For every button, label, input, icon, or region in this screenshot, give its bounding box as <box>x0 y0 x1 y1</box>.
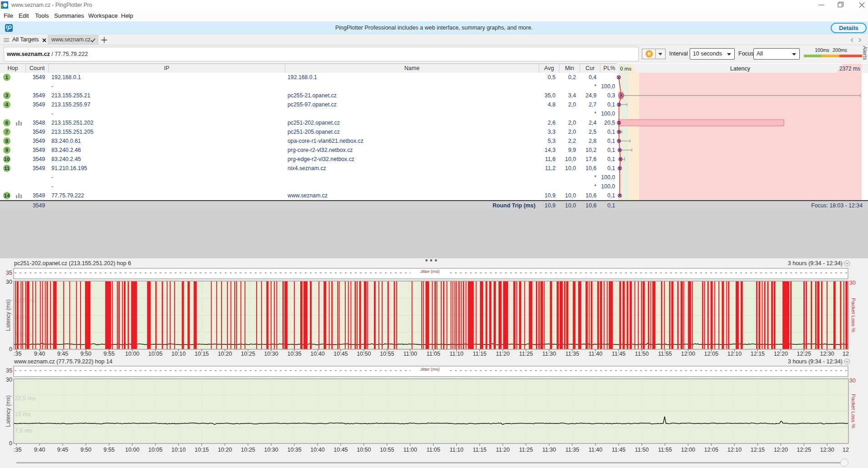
svg-text:10:00: 10:00 <box>125 447 139 453</box>
svg-text:10:45: 10:45 <box>333 447 348 453</box>
svg-text:11:55: 11:55 <box>658 447 672 453</box>
svg-text:10:15: 10:15 <box>195 351 209 357</box>
svg-text:Packet Loss %: Packet Loss % <box>851 298 856 332</box>
svg-text:11:30: 11:30 <box>542 447 556 453</box>
svg-text:12:10: 12:10 <box>727 351 742 357</box>
svg-text:9:50: 9:50 <box>81 447 91 453</box>
svg-text:12:25: 12:25 <box>797 351 811 357</box>
svg-text:22,5 ms: 22,5 ms <box>15 395 36 402</box>
svg-text:7,5 ms: 7,5 ms <box>15 427 33 434</box>
svg-text:11:35: 11:35 <box>565 351 579 357</box>
svg-text:0: 0 <box>9 440 12 447</box>
svg-text:11:25: 11:25 <box>519 447 533 453</box>
svg-text:Latency (ms): Latency (ms) <box>5 299 11 331</box>
svg-text:10:45: 10:45 <box>333 351 348 357</box>
svg-text:12:05: 12:05 <box>704 351 718 357</box>
svg-text:10:55: 10:55 <box>380 351 394 357</box>
svg-text:11:30: 11:30 <box>542 351 556 357</box>
svg-text:10:50: 10:50 <box>357 351 371 357</box>
svg-text:30: 30 <box>849 377 856 384</box>
svg-text:10:35: 10:35 <box>287 447 301 453</box>
svg-text:11:45: 11:45 <box>612 447 626 453</box>
svg-text:0: 0 <box>9 346 12 352</box>
svg-text:10:40: 10:40 <box>310 351 324 357</box>
svg-text:9:40: 9:40 <box>34 447 45 453</box>
svg-text:11:10: 11:10 <box>449 447 463 453</box>
svg-text:11:40: 11:40 <box>589 351 602 357</box>
svg-text:10:30: 10:30 <box>264 447 278 453</box>
svg-text:10:00: 10:00 <box>125 351 139 357</box>
svg-text:30: 30 <box>849 280 856 286</box>
svg-text::35: :35 <box>14 447 21 453</box>
svg-text:10:10: 10:10 <box>172 447 186 453</box>
svg-text:Packet Loss %: Packet Loss % <box>851 394 856 428</box>
svg-text:3 hours (9:34 - 12:34): 3 hours (9:34 - 12:34) <box>788 358 843 365</box>
svg-text:www.seznam.cz (77.75.79.222) h: www.seznam.cz (77.75.79.222) hop 14 <box>14 358 112 365</box>
svg-text:3 hours (9:34 - 12:34): 3 hours (9:34 - 12:34) <box>788 260 843 267</box>
svg-text:10:50: 10:50 <box>357 447 371 453</box>
svg-text:11:20: 11:20 <box>496 447 510 453</box>
svg-text:35: 35 <box>6 270 12 276</box>
svg-text:9:55: 9:55 <box>104 351 115 357</box>
svg-text:11:05: 11:05 <box>426 351 440 357</box>
svg-text:35: 35 <box>6 367 12 374</box>
svg-text:2372 ms: 2372 ms <box>839 65 860 72</box>
svg-text:12: 12 <box>843 351 849 357</box>
svg-text:11:15: 11:15 <box>473 351 486 357</box>
svg-text:10:30: 10:30 <box>264 351 278 357</box>
svg-text:Jitter (ms): Jitter (ms) <box>420 269 439 274</box>
svg-text:12:00: 12:00 <box>681 351 695 357</box>
svg-text:Jitter (ms): Jitter (ms) <box>420 367 439 372</box>
svg-text:11:50: 11:50 <box>635 351 649 357</box>
svg-text:12: 12 <box>843 447 849 453</box>
svg-text:10:05: 10:05 <box>148 351 162 357</box>
svg-text:11:00: 11:00 <box>403 351 417 357</box>
svg-text:9:40: 9:40 <box>34 351 45 357</box>
svg-text:15 ms: 15 ms <box>15 411 31 418</box>
svg-text:11:00: 11:00 <box>403 447 417 453</box>
svg-text:12:30: 12:30 <box>820 351 834 357</box>
svg-text:11:55: 11:55 <box>658 351 672 357</box>
svg-text::35: :35 <box>14 351 21 357</box>
svg-text:11:20: 11:20 <box>496 351 510 357</box>
svg-text:9:50: 9:50 <box>81 351 91 357</box>
svg-text:11:05: 11:05 <box>426 447 440 453</box>
svg-text:9:45: 9:45 <box>57 351 68 357</box>
svg-text:10:40: 10:40 <box>310 447 324 453</box>
svg-text:12:30: 12:30 <box>820 447 834 453</box>
svg-text:11:35: 11:35 <box>565 447 579 453</box>
svg-text:9:45: 9:45 <box>57 447 68 453</box>
svg-text:10:25: 10:25 <box>241 447 255 453</box>
svg-text:10:55: 10:55 <box>380 447 394 453</box>
svg-text:10:25: 10:25 <box>241 351 255 357</box>
svg-text:10:10: 10:10 <box>172 351 186 357</box>
svg-text:10:20: 10:20 <box>218 447 232 453</box>
svg-text:12:20: 12:20 <box>774 447 788 453</box>
svg-text:10:20: 10:20 <box>218 351 232 357</box>
svg-text:Latency: Latency <box>730 65 751 72</box>
svg-text:12:00: 12:00 <box>681 447 695 453</box>
svg-text:10:35: 10:35 <box>287 351 301 357</box>
svg-text:11:45: 11:45 <box>612 351 626 357</box>
svg-text:12:10: 12:10 <box>727 447 742 453</box>
svg-text:12:20: 12:20 <box>774 351 788 357</box>
svg-text:Latency (ms): Latency (ms) <box>5 395 11 427</box>
svg-text:pc251-202.opanet.cz (213.155.2: pc251-202.opanet.cz (213.155.251.202) ho… <box>14 260 131 267</box>
svg-text:11:15: 11:15 <box>473 447 486 453</box>
svg-text:0 ms: 0 ms <box>620 66 631 71</box>
svg-text:30: 30 <box>6 279 12 285</box>
svg-text:12:15: 12:15 <box>751 351 765 357</box>
svg-text:11:25: 11:25 <box>519 351 533 357</box>
svg-text:12:05: 12:05 <box>704 447 718 453</box>
svg-text:11:50: 11:50 <box>635 447 649 453</box>
svg-text:10:05: 10:05 <box>148 447 162 453</box>
svg-text:30: 30 <box>6 377 12 383</box>
svg-text:10:15: 10:15 <box>195 447 209 453</box>
svg-text:12:25: 12:25 <box>797 447 811 453</box>
svg-text:12:15: 12:15 <box>751 447 765 453</box>
svg-text:11:10: 11:10 <box>449 351 463 357</box>
svg-text:9:55: 9:55 <box>104 447 115 453</box>
svg-text:11:40: 11:40 <box>589 447 602 453</box>
